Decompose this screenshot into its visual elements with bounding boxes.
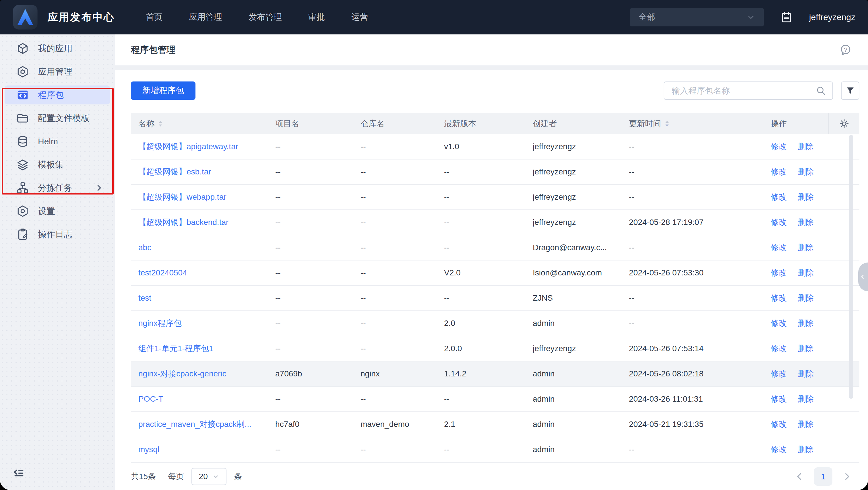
drawer-handle[interactable] (858, 262, 868, 291)
table-row: 【超级网银】esb.tar -- -- -- jeffreyzengz -- 修… (131, 160, 859, 185)
delete-link[interactable]: 删除 (798, 217, 814, 228)
table-row: 【超级网银】apigateway.tar -- -- v1.0 jeffreyz… (131, 134, 859, 160)
package-name-link[interactable]: POC-T (138, 394, 163, 403)
sidebar-item-helm[interactable]: Helm (5, 132, 110, 151)
edit-link[interactable]: 修改 (771, 242, 787, 253)
cube-icon (16, 42, 29, 55)
delete-link[interactable]: 删除 (798, 419, 814, 430)
gear-icon (839, 119, 849, 129)
edit-link[interactable]: 修改 (771, 318, 787, 329)
package-name-link[interactable]: 【超级网银】backend.tar (138, 218, 228, 227)
page-size-select[interactable]: 20 (191, 468, 226, 485)
gear-hexagon-icon (16, 204, 29, 218)
delete-link[interactable]: 删除 (798, 242, 814, 253)
sitemap-icon (16, 181, 29, 195)
brand-logo-icon[interactable] (12, 5, 38, 30)
nav-item-approval[interactable]: 审批 (308, 11, 325, 23)
package-name-link[interactable]: nginx程序包 (138, 319, 182, 328)
chevron-down-icon (747, 13, 755, 22)
header-divider (115, 65, 868, 70)
package-name-link[interactable]: 【超级网银】webapp.tar (138, 193, 226, 201)
chevron-down-icon (212, 473, 219, 480)
sidebar-item-operation-log[interactable]: 操作日志 (5, 225, 110, 244)
pagination-bar: 共15条 每页 20 条 1 (131, 462, 859, 490)
package-name-link[interactable]: test (138, 293, 151, 302)
delete-link[interactable]: 删除 (798, 343, 814, 354)
delete-link[interactable]: 删除 (798, 192, 814, 202)
search-input[interactable] (672, 86, 816, 96)
delete-link[interactable]: 删除 (798, 444, 814, 455)
delete-link[interactable]: 删除 (798, 394, 814, 404)
column-header-name[interactable]: 名称 (131, 118, 275, 129)
edit-link[interactable]: 修改 (771, 166, 787, 177)
package-name-link[interactable]: abc (138, 243, 151, 252)
delete-link[interactable]: 删除 (798, 368, 814, 379)
package-name-link[interactable]: 组件1-单元1-程序包1 (138, 344, 213, 353)
edit-link[interactable]: 修改 (771, 217, 787, 228)
prev-page-icon[interactable] (795, 471, 804, 481)
nav-item-operations[interactable]: 运营 (351, 11, 368, 23)
total-count: 共15条 (131, 471, 156, 482)
collapse-sidebar-icon[interactable] (12, 468, 25, 480)
package-name-link[interactable]: test20240504 (138, 268, 187, 277)
nav-item-home[interactable]: 首页 (146, 11, 162, 23)
nav-item-release-management[interactable]: 发布管理 (249, 11, 282, 23)
edit-link[interactable]: 修改 (771, 192, 787, 202)
column-header-actions: 操作 (771, 118, 828, 129)
sidebar-item-app-management[interactable]: 应用管理 (5, 62, 110, 81)
column-header-updated[interactable]: 更新时间 (629, 118, 771, 129)
app-window: 应用发布中心 首页 应用管理 发布管理 审批 运营 全部 jeffreyzeng… (0, 0, 868, 490)
package-name-link[interactable]: nginx-对接cpack-generic (138, 369, 226, 378)
search-icon[interactable] (816, 86, 826, 96)
edit-link[interactable]: 修改 (771, 267, 787, 278)
table-scrollbar[interactable] (849, 135, 853, 399)
scope-select[interactable]: 全部 (630, 8, 764, 26)
username[interactable]: jeffreyzengz (809, 12, 856, 22)
sidebar-item-settings[interactable]: 设置 (5, 202, 110, 221)
calendar-icon[interactable] (780, 11, 793, 24)
package-name-link[interactable]: practice_maven_对接cpack制... (138, 420, 251, 429)
package-name-link[interactable]: mysql (138, 445, 159, 454)
edit-link[interactable]: 修改 (771, 293, 787, 303)
column-header-version: 最新版本 (444, 118, 533, 129)
packages-table: 名称 项目名 仓库名 最新版本 创建者 更新时间 操作 (131, 113, 859, 462)
sidebar-item-sorting-tasks[interactable]: 分拣任务 (5, 178, 110, 197)
page-1-button[interactable]: 1 (814, 467, 832, 486)
sidebar-item-config-templates[interactable]: 配置文件模板 (5, 109, 110, 128)
edit-link[interactable]: 修改 (771, 444, 787, 455)
sidebar-item-packages[interactable]: 程序包 (5, 86, 110, 104)
column-header-creator: 创建者 (533, 118, 629, 129)
filter-button[interactable] (841, 81, 859, 100)
per-page-label: 每页 (168, 471, 184, 482)
add-package-button[interactable]: 新增程序包 (131, 81, 195, 100)
chevron-left-icon (860, 274, 865, 280)
table-row: 组件1-单元1-程序包1 -- -- 2.0.0 jeffreyzengz 20… (131, 336, 859, 361)
folder-icon (16, 111, 29, 125)
package-name-link[interactable]: 【超级网银】esb.tar (138, 167, 211, 176)
table-settings-button[interactable] (828, 113, 859, 134)
edit-link[interactable]: 修改 (771, 141, 787, 152)
edit-link[interactable]: 修改 (771, 343, 787, 354)
table-row: test -- -- -- ZJNS -- 修改删除 (131, 286, 859, 311)
next-page-icon[interactable] (842, 471, 852, 481)
table-row: mysql -- -- -- admin -- 修改删除 (131, 437, 859, 462)
delete-link[interactable]: 删除 (798, 293, 814, 303)
delete-link[interactable]: 删除 (798, 318, 814, 329)
edit-link[interactable]: 修改 (771, 368, 787, 379)
sidebar-item-my-apps[interactable]: 我的应用 (5, 39, 110, 58)
table-row: 【超级网银】backend.tar -- -- -- jeffreyzengz … (131, 210, 859, 235)
table-row: nginx程序包 -- -- 2.0 admin -- 修改删除 (131, 311, 859, 336)
unit-label: 条 (234, 471, 242, 482)
sidebar-item-template-set[interactable]: 模板集 (5, 155, 110, 174)
edit-link[interactable]: 修改 (771, 394, 787, 404)
delete-link[interactable]: 删除 (798, 166, 814, 177)
package-name-link[interactable]: 【超级网银】apigateway.tar (138, 142, 238, 151)
toolbar: 新增程序包 (131, 81, 859, 100)
delete-link[interactable]: 删除 (798, 141, 814, 152)
top-navbar: 应用发布中心 首页 应用管理 发布管理 审批 运营 全部 jeffreyzeng… (0, 0, 868, 34)
edit-link[interactable]: 修改 (771, 419, 787, 430)
nav-item-app-management[interactable]: 应用管理 (189, 11, 222, 23)
help-icon[interactable]: ? (839, 43, 852, 56)
delete-link[interactable]: 删除 (798, 267, 814, 278)
sidebar: 我的应用 应用管理 程序包 配置文件模板 Helm 模板集 (0, 34, 115, 490)
